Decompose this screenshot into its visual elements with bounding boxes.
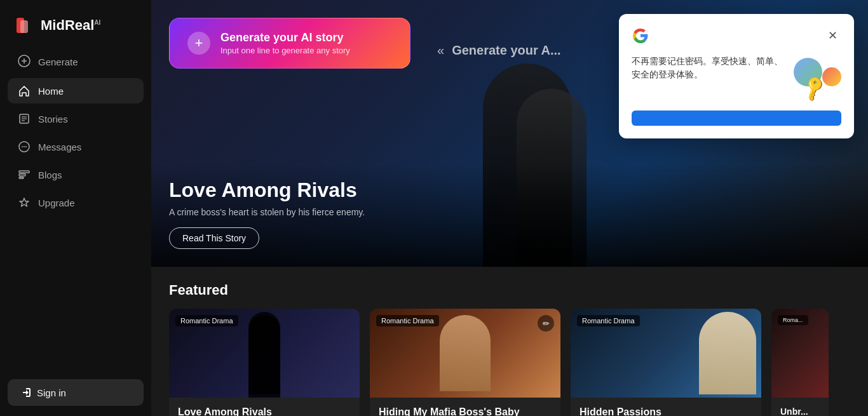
svg-rect-15: [19, 177, 24, 178]
sidebar-stories-label: Stories: [38, 114, 68, 124]
card-body-2: Hiding My Mafia Boss's Baby Caught betwe…: [370, 398, 560, 416]
card-genre-3: Romantic Drama: [577, 315, 640, 326]
sidebar-item-blogs[interactable]: Blogs: [8, 162, 144, 187]
sidebar-item-upgrade[interactable]: Upgrade: [8, 190, 144, 215]
google-popup: ✕ 不再需要记住密码。享受快速、简单、安全的登录体验。 🔑: [619, 14, 854, 138]
banner-text: Generate your AI story Input one line to…: [220, 31, 350, 55]
hero-story-title: Love Among Rivals: [169, 178, 850, 202]
sidebar-generate[interactable]: Generate: [8, 48, 144, 76]
card-body-4: Unbr... A blo...: [771, 398, 829, 416]
sidebar-upgrade-label: Upgrade: [38, 198, 75, 208]
read-story-button[interactable]: Read This Story: [169, 227, 259, 249]
featured-cards-row: Romantic Drama Love Among Rivals A crime…: [169, 309, 850, 416]
card-genre-2: Romantic Drama: [376, 315, 439, 326]
plus-icon: [18, 55, 31, 69]
card-image-4: Roma...: [771, 309, 829, 398]
hero-nav[interactable]: « Generate your A...: [437, 43, 561, 58]
sidebar-home-label: Home: [38, 86, 64, 97]
sign-in-button[interactable]: Sign in: [8, 379, 144, 406]
generate-banner[interactable]: + Generate your AI story Input one line …: [169, 18, 410, 69]
sidebar-messages-label: Messages: [38, 142, 81, 152]
sidebar-item-messages[interactable]: Messages: [8, 134, 144, 159]
illus-circle-2: [822, 67, 841, 86]
popup-close-button[interactable]: ✕: [824, 27, 841, 44]
app-name: MidRealAI: [41, 17, 100, 34]
home-icon: [18, 84, 31, 97]
card-genre-4: Roma...: [778, 315, 808, 325]
popup-header: ✕: [632, 27, 841, 44]
card-body-3: Hidden Passions I'm in love with a woman…: [571, 398, 761, 416]
logo-icon: [15, 15, 36, 36]
card-title-1: Love Among Rivals: [178, 406, 351, 416]
featured-section: Featured Romantic Drama Love Among Rival…: [151, 267, 868, 416]
sidebar-generate-label: Generate: [38, 57, 78, 67]
featured-card-3[interactable]: Romantic Drama Hidden Passions I'm in lo…: [571, 309, 761, 416]
popup-action-button[interactable]: [632, 111, 841, 126]
svg-rect-1: [20, 20, 28, 33]
sidebar: MidRealAI Generate Home Stories Messages…: [0, 0, 151, 416]
svg-point-10: [22, 146, 23, 147]
sidebar-item-home[interactable]: Home: [8, 78, 144, 104]
card-body-1: Love Among Rivals A crime boss's heart i…: [169, 398, 360, 416]
card-image-1: Romantic Drama: [169, 309, 360, 398]
popup-body: 不再需要记住密码。享受快速、简单、安全的登录体验。 🔑: [632, 55, 841, 99]
upgrade-icon: [18, 196, 31, 209]
featured-card-1[interactable]: Romantic Drama Love Among Rivals A crime…: [169, 309, 360, 416]
sidebar-item-stories[interactable]: Stories: [8, 106, 144, 131]
card-title-2: Hiding My Mafia Boss's Baby: [379, 406, 552, 416]
google-logo: [632, 27, 649, 44]
story-overlay: Love Among Rivals A crime boss's heart i…: [151, 163, 868, 267]
popup-illustration: 🔑: [790, 55, 841, 99]
hero-story-desc: A crime boss's heart is stolen by his fi…: [169, 207, 850, 217]
blogs-icon: [18, 168, 31, 181]
featured-card-2[interactable]: Romantic Drama ✏ Hiding My Mafia Boss's …: [370, 309, 560, 416]
stories-icon: [18, 112, 31, 125]
hero-nav-text: Generate your A...: [452, 43, 561, 58]
card-title-4: Unbr...: [780, 406, 820, 416]
sidebar-blogs-label: Blogs: [38, 170, 62, 180]
hero-nav-arrows[interactable]: «: [437, 43, 444, 58]
card-genre-1: Romantic Drama: [175, 315, 238, 326]
svg-point-12: [25, 146, 27, 147]
card-image-2: Romantic Drama ✏: [370, 309, 560, 398]
popup-text: 不再需要记住密码。享受快速、简单、安全的登录体验。: [632, 55, 783, 81]
svg-point-11: [24, 146, 25, 147]
card-title-3: Hidden Passions: [580, 406, 752, 416]
card-edit-icon-2[interactable]: ✏: [538, 315, 554, 332]
svg-rect-14: [19, 174, 25, 176]
banner-plus-icon: +: [187, 32, 210, 55]
featured-card-4-partial[interactable]: Roma... Unbr... A blo...: [771, 309, 829, 416]
svg-rect-13: [19, 171, 29, 173]
sign-in-icon: [20, 387, 32, 398]
card-image-3: Romantic Drama: [571, 309, 761, 398]
logo: MidRealAI: [8, 10, 144, 46]
featured-title: Featured: [169, 282, 850, 299]
messages-icon: [18, 140, 31, 153]
